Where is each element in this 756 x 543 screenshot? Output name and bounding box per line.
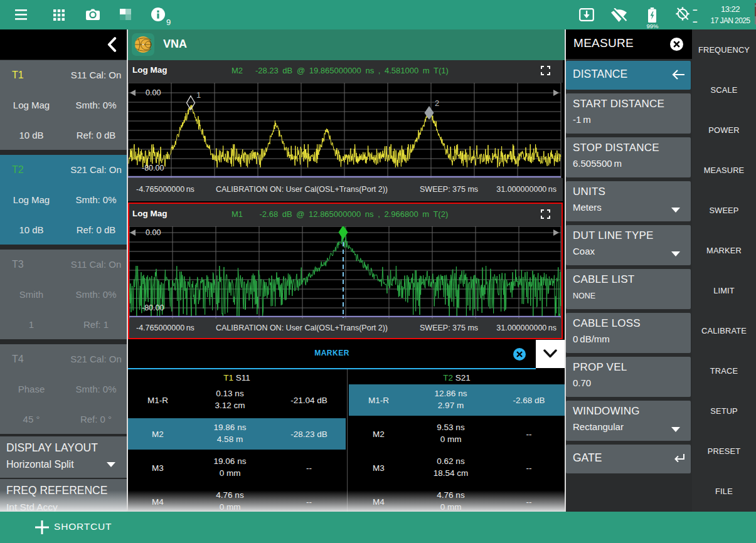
svg-text:0.00: 0.00 (146, 228, 161, 237)
svg-text:-80.00: -80.00 (142, 303, 164, 312)
svg-text:0.00: 0.00 (146, 88, 161, 97)
svg-text:1: 1 (196, 90, 201, 100)
svg-text:2: 2 (435, 98, 439, 108)
svg-text:-80.00: -80.00 (142, 164, 164, 172)
